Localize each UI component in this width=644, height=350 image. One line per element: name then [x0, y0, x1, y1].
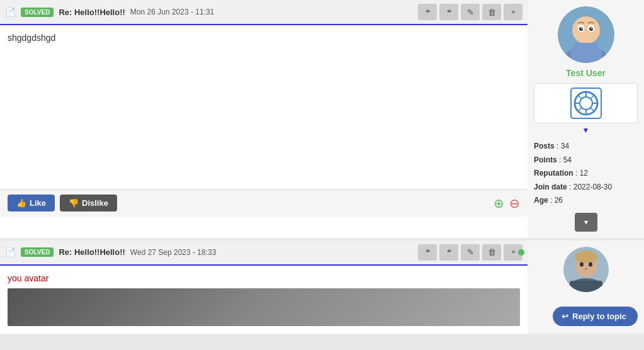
- points-colon: :: [559, 155, 563, 164]
- svg-rect-10: [574, 43, 598, 53]
- points-label: Points: [534, 155, 557, 164]
- post-2-text: you avatar: [8, 273, 520, 283]
- reputation-colon: :: [575, 169, 580, 178]
- file-icon-2: 📄: [5, 247, 16, 257]
- stat-points: Points : 54: [534, 154, 638, 167]
- post-1-title: Re: Hello!!Hello!!: [59, 8, 125, 17]
- vote-up-icon[interactable]: ⊕: [494, 196, 504, 211]
- post-1: 📄 SOLVED Re: Hello!!Hello!! Mon 26 Jun 2…: [0, 0, 644, 238]
- vote-down-icon[interactable]: ⊖: [509, 196, 520, 211]
- post-2-image: [8, 288, 520, 326]
- post-1-body: shgdgdshgd: [0, 25, 528, 189]
- age-value: 26: [555, 196, 563, 205]
- post-1-content: 📄 SOLVED Re: Hello!!Hello!! Mon 26 Jun 2…: [0, 0, 528, 238]
- delete-btn-2[interactable]: 🗑: [482, 244, 501, 261]
- edit-btn-2[interactable]: ✎: [461, 244, 480, 261]
- dislike-label: Dislike: [82, 198, 108, 208]
- file-icon: 📄: [5, 7, 16, 17]
- post-2-date: Wed 27 Sep 2023 - 18:33: [130, 248, 217, 257]
- reply-label: Reply to topic: [572, 312, 626, 321]
- like-button[interactable]: 👍 Like: [8, 195, 55, 212]
- page-wrapper: 📄 SOLVED Re: Hello!!Hello!! Mon 26 Jun 2…: [0, 0, 644, 350]
- join-colon: :: [569, 183, 573, 191]
- circle-btn-1[interactable]: ⚬: [504, 4, 523, 20]
- more-button-1[interactable]: ▾: [575, 213, 597, 232]
- reputation-value: 12: [580, 169, 588, 178]
- avatar-image-2: [563, 247, 609, 292]
- thumb-down-icon: 👎: [69, 198, 79, 208]
- vote-actions: ⊕ ⊖: [494, 196, 520, 211]
- post-1-actions: ❝ ❝ ✎ 🗑 ⚬: [418, 4, 523, 20]
- reply-arrow-icon: ↩: [562, 312, 568, 321]
- thumb-up-icon: 👍: [16, 198, 26, 208]
- sidebar-1: Test User ▼ Posts : 34 Point: [528, 0, 644, 238]
- svg-point-3: [572, 16, 600, 44]
- user-stats-1: Posts : 34 Points : 54 Reputation : 12 J…: [534, 140, 638, 208]
- avatar-2: [563, 247, 609, 292]
- badge-container-1: [534, 83, 638, 123]
- sidebar-2: ↩ Reply to topic: [528, 240, 644, 334]
- solved-badge-2: SOLVED: [21, 247, 54, 257]
- post-1-date: Mon 26 Jun 2023 - 11:31: [130, 8, 214, 16]
- more-arrow-icon: ▾: [584, 218, 588, 227]
- user-name-1: Test User: [566, 68, 606, 78]
- dropdown-arrow-icon[interactable]: ▼: [582, 126, 590, 135]
- posts-colon: :: [556, 142, 561, 150]
- solved-badge-1: SOLVED: [21, 8, 54, 17]
- post-1-footer: 👍 Like 👎 Dislike ⊕ ⊖: [0, 189, 528, 217]
- svg-rect-20: [570, 281, 602, 292]
- posts-value: 34: [561, 142, 569, 150]
- reply-to-topic-button[interactable]: ↩ Reply to topic: [553, 307, 638, 326]
- svg-point-17: [580, 262, 584, 266]
- reputation-label: Reputation: [534, 169, 573, 178]
- age-colon: :: [550, 196, 555, 205]
- post-2-body: you avatar: [0, 266, 528, 334]
- post-2-content: 📄 SOLVED Re: Hello!!Hello!! Wed 27 Sep 2…: [0, 240, 528, 334]
- user-badge-icon: [570, 88, 602, 119]
- points-value: 54: [563, 155, 572, 164]
- post-2-actions: ❝ ❝ ✎ 🗑 ⚬: [418, 244, 523, 261]
- stat-posts: Posts : 34: [534, 140, 638, 154]
- online-indicator: [518, 249, 524, 256]
- posts-label: Posts: [534, 142, 555, 150]
- quote-btn-2a[interactable]: ❝: [418, 244, 437, 261]
- join-value: 2022-08-30: [573, 183, 612, 191]
- stat-join: Join date : 2022-08-30: [534, 181, 638, 195]
- like-label: Like: [30, 198, 46, 208]
- dislike-button[interactable]: 👎 Dislike: [60, 195, 117, 212]
- quote-btn-1b[interactable]: ❝: [439, 4, 458, 20]
- post-2-header: 📄 SOLVED Re: Hello!!Hello!! Wed 27 Sep 2…: [0, 240, 528, 266]
- quote-btn-1a[interactable]: ❝: [418, 4, 437, 20]
- svg-point-6: [579, 27, 583, 31]
- avatar-1: [558, 6, 614, 63]
- stat-age: Age : 26: [534, 194, 638, 208]
- svg-point-18: [589, 262, 592, 266]
- delete-btn-1[interactable]: 🗑: [482, 4, 501, 20]
- post-2-title: Re: Hello!!Hello!!: [59, 247, 125, 257]
- post-2: 📄 SOLVED Re: Hello!!Hello!! Wed 27 Sep 2…: [0, 240, 644, 334]
- svg-point-9: [591, 28, 592, 29]
- quote-btn-2b[interactable]: ❝: [439, 244, 458, 261]
- post-1-header: 📄 SOLVED Re: Hello!!Hello!! Mon 26 Jun 2…: [0, 0, 528, 25]
- join-label: Join date: [534, 183, 567, 191]
- post-1-text: shgdgdshgd: [8, 33, 55, 43]
- stat-reputation: Reputation : 12: [534, 167, 638, 181]
- svg-point-8: [581, 28, 582, 29]
- avatar-image-1: [558, 6, 614, 63]
- svg-point-7: [589, 27, 593, 31]
- svg-point-16: [575, 251, 597, 263]
- edit-btn-1[interactable]: ✎: [461, 4, 480, 20]
- age-label: Age: [534, 196, 548, 205]
